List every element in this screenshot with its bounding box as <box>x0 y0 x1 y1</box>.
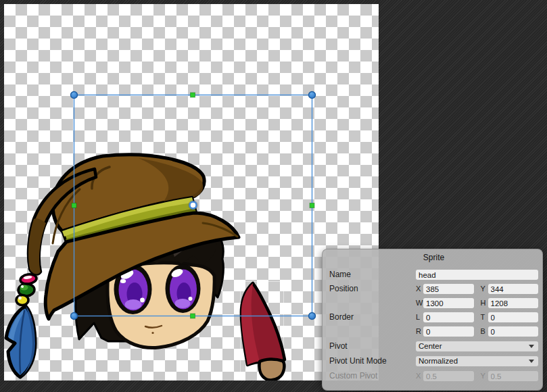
feather <box>6 306 35 377</box>
border-top-input[interactable] <box>488 312 539 322</box>
position-y-input[interactable] <box>488 284 539 294</box>
name-label: Name <box>329 270 416 280</box>
chin-mark <box>151 332 153 334</box>
pivot-unit-mode-label: Pivot Unit Mode <box>329 356 416 366</box>
bead-yellow <box>16 295 28 305</box>
width-input[interactable] <box>423 298 474 308</box>
dropdown-arrow-icon <box>529 360 534 363</box>
name-row: Name <box>329 270 538 280</box>
w-prefix-label: W <box>416 298 423 308</box>
custom-pivot-row: Custom Pivot X Y <box>329 371 538 381</box>
handle-edge-bottom[interactable] <box>191 314 195 318</box>
handle-edge-left[interactable] <box>72 203 76 208</box>
t-prefix-label: T <box>481 312 488 322</box>
custom-pivot-y-input <box>488 371 539 381</box>
h-prefix-label: H <box>481 298 488 308</box>
border-right-input[interactable] <box>423 326 474 337</box>
pivot-dropdown-value: Center <box>419 341 442 351</box>
handle-edge-top[interactable] <box>191 93 195 97</box>
right-eye <box>166 264 201 313</box>
character-head-sprite <box>6 155 239 377</box>
pivot-unit-mode-row: Pivot Unit Mode Normalized <box>329 356 538 366</box>
custom-pivot-label: Custom Pivot <box>329 371 416 381</box>
y-prefix-label: Y <box>481 284 488 294</box>
handle-corner-top-right[interactable] <box>309 92 316 99</box>
border-rb-row: R B <box>329 326 538 337</box>
position-wh-row: W H <box>329 298 538 308</box>
position-x-input[interactable] <box>423 284 474 294</box>
handle-corner-bottom-left[interactable] <box>71 313 78 320</box>
handle-edge-right[interactable] <box>310 203 314 208</box>
dropdown-arrow-icon <box>529 345 534 348</box>
x-prefix-label: X <box>416 284 423 294</box>
handle-corner-bottom-right[interactable] <box>309 313 316 320</box>
b-prefix-label: B <box>481 326 488 337</box>
border-bottom-input[interactable] <box>488 326 539 337</box>
border-lt-row: Border L T <box>329 312 538 322</box>
sleeve-sprite <box>241 282 285 381</box>
r-prefix-label: R <box>416 326 423 337</box>
sprite-editor-window: Sprite Name Position X Y <box>0 0 547 392</box>
border-left-input[interactable] <box>423 312 474 322</box>
pivot-label: Pivot <box>329 341 416 351</box>
custom-pivot-y-prefix-label: Y <box>481 371 488 381</box>
height-input[interactable] <box>488 298 539 308</box>
pivot-unit-mode-dropdown-value: Normalized <box>419 356 458 366</box>
border-label: Border <box>329 312 416 322</box>
l-prefix-label: L <box>416 312 423 322</box>
hand <box>260 359 285 380</box>
name-input[interactable] <box>416 270 538 280</box>
pivot-dropdown[interactable]: Center <box>416 341 538 351</box>
pivot-handle[interactable] <box>190 202 197 209</box>
custom-pivot-x-input <box>423 371 474 381</box>
sprite-inspector-panel: Sprite Name Position X Y <box>322 249 543 391</box>
position-xy-row: Position X Y <box>329 284 538 294</box>
position-label: Position <box>329 284 416 294</box>
pivot-unit-mode-dropdown[interactable]: Normalized <box>416 356 538 366</box>
panel-title: Sprite <box>329 253 538 262</box>
custom-pivot-x-prefix-label: X <box>416 371 423 381</box>
handle-corner-top-left[interactable] <box>71 92 78 99</box>
pivot-row: Pivot Center <box>329 341 538 351</box>
